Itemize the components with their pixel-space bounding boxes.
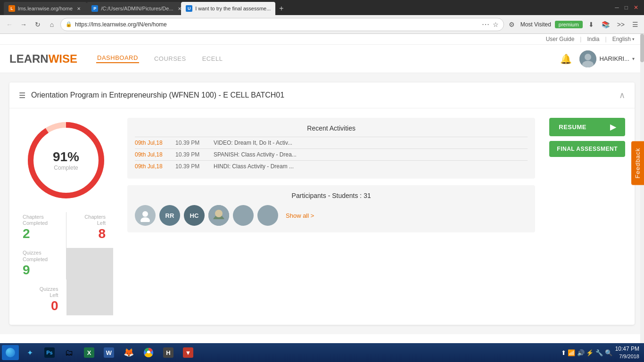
progress-center: 91% Complete — [53, 149, 79, 171]
chapters-completed-value: 2 — [23, 226, 62, 241]
course-header-left: ☰ Orientation Program in Entrepreneurshi… — [19, 91, 284, 100]
address-bar[interactable]: 🔒 https://lms.learnwise.org/IN/en/home ·… — [60, 18, 504, 31]
window-controls: ─ □ ✕ — [613, 2, 640, 13]
right-section: Recent Activities 09th Jul,18 10.39 PM V… — [127, 118, 535, 232]
start-button[interactable] — [2, 345, 19, 360]
course-menu-icon[interactable]: ☰ — [19, 91, 25, 100]
browser-tab-2[interactable]: P /C:/Users/ADMIN/Pictures/De... ✕ — [87, 2, 181, 15]
participant-avatar-1[interactable] — [135, 205, 156, 226]
windows-logo-icon — [6, 348, 15, 357]
overflow-icon[interactable]: >> — [615, 20, 627, 29]
participant-avatar-5[interactable] — [233, 205, 254, 226]
tab-label-2: /C:/Users/ADMIN/Pictures/De... — [101, 6, 173, 11]
svg-point-9 — [215, 210, 223, 217]
bookmark-icon[interactable]: ☆ — [493, 21, 499, 28]
participant-avatar-2[interactable]: RR — [159, 205, 180, 226]
nav-link-dashboard[interactable]: DASHBOARD — [96, 54, 139, 63]
tab-close-2[interactable]: ✕ — [176, 5, 182, 12]
system-tray-icons[interactable]: ⬆ 📶 🔊 ⚡ 🔧 🔍 — [561, 349, 612, 356]
progress-percent: 91% — [53, 149, 79, 165]
scrollbar-thumb[interactable] — [640, 34, 644, 62]
svg-point-1 — [585, 54, 591, 60]
quizzes-left-value: 0 — [23, 298, 58, 313]
system-clock[interactable]: 10:47 PM 7/9/2018 — [615, 345, 639, 360]
menu-icon[interactable]: ☰ — [630, 20, 640, 29]
browser-tab-1[interactable]: L lms.learnwise.org/home ✕ — [4, 2, 87, 15]
taskbar-app-photoshop[interactable]: Ps — [41, 345, 58, 360]
resume-button[interactable]: RESUME ▶ — [549, 118, 625, 136]
nav-link-ecell[interactable]: ECELL — [201, 55, 224, 62]
notification-bell-icon[interactable]: 🔔 — [560, 53, 572, 65]
tab-label-3: I want to try the final assessme... — [195, 6, 271, 11]
download-icon[interactable]: ⬇ — [586, 20, 596, 29]
region-link[interactable]: India — [587, 36, 599, 42]
participant-avatar-4[interactable] — [208, 205, 229, 226]
chapters-completed-label: ChaptersCompleted — [23, 214, 62, 226]
home-button[interactable]: ⌂ — [46, 19, 58, 30]
nav-right: 🔔 HARIKRI... ▾ — [560, 50, 635, 67]
library-icon[interactable]: 📚 — [600, 20, 611, 29]
user-dropdown-icon: ▾ — [632, 56, 635, 61]
browser-tab-3[interactable]: U I want to try the final assessme... ✕ — [181, 2, 275, 15]
taskbar-app-bluetooth[interactable]: ✦ — [21, 345, 39, 360]
tab-favicon-3: U — [186, 5, 192, 12]
collapse-icon[interactable]: ∧ — [619, 90, 625, 100]
participant-avatar-6[interactable] — [257, 205, 278, 226]
toolbar-right: ⚙ Most Visited premium ⬇ 📚 >> ☰ — [507, 20, 640, 29]
activity-date-1: 09th Jul,18 — [135, 140, 168, 146]
activity-time-3: 10.39 PM — [175, 163, 206, 170]
chapters-left-stat: ChaptersLeft 8 — [66, 212, 114, 243]
taskbar-app-misc2[interactable]: ▼ — [179, 345, 197, 360]
close-button[interactable]: ✕ — [632, 2, 640, 13]
main-navigation: LEARNWISE DASHBOARD COURSES ECELL 🔔 — [0, 45, 644, 73]
settings-icon[interactable]: ⚙ — [507, 20, 517, 29]
premium-button[interactable]: premium — [555, 21, 583, 28]
language-selector[interactable]: English ▾ — [612, 36, 635, 42]
url-text: https://lms.learnwise.org/IN/en/home — [75, 21, 479, 28]
taskbar-app-firefox[interactable]: 🦊 — [120, 345, 138, 360]
file-explorer-icon: 🗂 — [64, 347, 74, 358]
activity-desc-2[interactable]: SPANISH: Class Activity - Drea... — [214, 151, 528, 158]
site-logo[interactable]: LEARNWISE — [9, 52, 77, 66]
clock-date: 7/9/2018 — [615, 353, 639, 360]
final-assessment-button[interactable]: FINAL ASSESSMENT — [549, 141, 625, 157]
user-guide-link[interactable]: User Guide — [546, 36, 575, 42]
refresh-button[interactable]: ↻ — [32, 19, 43, 30]
quizzes-completed-value: 9 — [23, 263, 62, 278]
most-visited-label[interactable]: Most Visited — [520, 21, 551, 28]
progress-section: 91% Complete ChaptersCompleted 2 — [19, 118, 113, 315]
activity-row-2: 09th Jul,18 10.39 PM SPANISH: Class Acti… — [135, 148, 528, 160]
participants-box: Participants - Students : 31 RR HC — [127, 185, 535, 232]
stat-divider-2 — [66, 248, 114, 315]
more-options-icon[interactable]: ··· — [482, 20, 489, 29]
new-tab-button[interactable]: + — [275, 2, 287, 15]
scrollbar-track[interactable] — [640, 34, 644, 343]
taskbar-app-excel[interactable]: X — [80, 345, 98, 360]
ssl-lock-icon: 🔒 — [66, 21, 72, 27]
maximize-button[interactable]: □ — [623, 2, 630, 13]
back-button[interactable]: ← — [4, 19, 15, 30]
feedback-tab[interactable]: Feedback — [631, 141, 644, 185]
taskbar-app-misc1[interactable]: H — [159, 345, 177, 360]
browser-toolbar: ← → ↻ ⌂ 🔒 https://lms.learnwise.org/IN/e… — [0, 15, 644, 34]
participant-avatar-3[interactable]: HC — [184, 205, 205, 226]
activity-row-3: 09th Jul,18 10.39 PM HINDI: Class Activi… — [135, 160, 528, 172]
activity-desc-3[interactable]: HINDI: Class Activity - Dream ... — [214, 163, 528, 170]
taskbar-app-explorer[interactable]: 🗂 — [60, 345, 78, 360]
chapters-left-value: 8 — [70, 226, 106, 241]
minimize-button[interactable]: ─ — [613, 2, 621, 13]
language-label: English — [612, 36, 631, 42]
user-menu[interactable]: HARIKRI... ▾ — [579, 50, 635, 67]
taskbar-app-chrome[interactable] — [140, 345, 157, 360]
show-all-link[interactable]: Show all > — [286, 212, 314, 219]
chrome-icon — [143, 347, 154, 358]
activity-desc-1[interactable]: VIDEO: Dream It, Do It - Activ... — [214, 140, 528, 146]
forward-button[interactable]: → — [18, 19, 29, 30]
stats-grid: ChaptersCompleted 2 ChaptersLeft 8 Quizz… — [19, 212, 113, 315]
browser-tabs-container: L lms.learnwise.org/home ✕ P /C:/Users/A… — [4, 0, 611, 15]
activity-date-2: 09th Jul,18 — [135, 151, 168, 158]
nav-link-courses[interactable]: COURSES — [153, 55, 187, 62]
tab-close-1[interactable]: ✕ — [75, 5, 82, 12]
taskbar-app-word[interactable]: W — [100, 345, 118, 360]
browser-window: L lms.learnwise.org/home ✕ P /C:/Users/A… — [0, 0, 644, 343]
